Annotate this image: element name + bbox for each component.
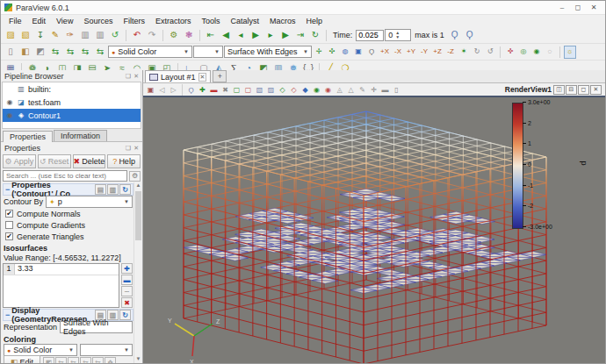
select-block-icon[interactable]: ◆ xyxy=(299,84,311,95)
add-range-icon[interactable]: ┄ xyxy=(121,286,133,296)
zoom-timeline-icon[interactable]: Ϙ xyxy=(448,29,462,42)
tab-information[interactable]: Information xyxy=(54,130,107,141)
coloring-combobox[interactable]: ● Solid Color ▼ xyxy=(4,344,77,356)
checkbox-compute-normals[interactable]: ✔Compute Normals xyxy=(3,208,133,219)
hover-points-icon[interactable]: △ xyxy=(345,84,357,95)
vertical-scrollbar[interactable]: ▲ ▼ xyxy=(133,182,142,363)
menu-file[interactable]: File xyxy=(4,16,26,26)
menu-tools[interactable]: Tools xyxy=(197,16,224,26)
play-icon[interactable]: ▶ xyxy=(249,29,263,42)
clear-selection-icon[interactable]: ✖ xyxy=(220,84,231,95)
select-cells-on-icon[interactable]: ▢ xyxy=(231,84,242,95)
component-combobox[interactable]: ▼ xyxy=(193,46,223,58)
zoom-to-data-icon[interactable]: ◍ xyxy=(339,46,351,59)
add-annotation-icon[interactable]: ✛ xyxy=(368,84,379,95)
coloring-component-combobox[interactable]: ▼ xyxy=(80,344,133,356)
rescale-temporal2-icon[interactable]: ⇆ xyxy=(80,357,91,363)
color-by-combobox[interactable]: ● Solid Color ▼ xyxy=(108,46,192,58)
menu-extractors[interactable]: Extractors xyxy=(151,16,196,26)
use-separate-color-map-icon[interactable]: ◩ xyxy=(33,46,47,59)
paste-properties-icon[interactable]: ▥ xyxy=(107,184,119,195)
zoom-to-box-icon[interactable]: Ϙ xyxy=(365,46,378,59)
zoom-closest-to-data-icon[interactable]: ▣ xyxy=(352,46,364,59)
select-points-through-icon[interactable]: ▨ xyxy=(265,84,277,95)
minimize-button[interactable]: – xyxy=(554,2,570,13)
spinner-arrows-icon[interactable]: ▲▼ xyxy=(395,31,400,39)
reverse-play-icon[interactable]: ◀ xyxy=(219,29,233,42)
tab-properties[interactable]: Properties xyxy=(3,131,53,142)
menu-help[interactable]: Help xyxy=(301,16,327,26)
maximize-button[interactable]: ◻ xyxy=(570,2,586,13)
search-options-gear-icon[interactable]: ⚙ xyxy=(129,171,141,182)
menu-macros[interactable]: Macros xyxy=(265,16,300,26)
menu-edit[interactable]: Edit xyxy=(28,16,51,26)
first-frame-icon[interactable]: ⇤ xyxy=(204,29,218,42)
auto-apply-icon[interactable]: ⚙ xyxy=(167,29,181,42)
undock-panel-icon[interactable]: ❏ xyxy=(126,73,131,80)
apply-button[interactable]: ⚙ Apply xyxy=(3,154,36,168)
edit-color-map-button[interactable]: ◧ Edit xyxy=(4,355,40,363)
plus-x-view-icon[interactable]: +X xyxy=(379,46,391,59)
rescale-to-custom-range-icon[interactable]: ⇆ xyxy=(63,46,77,59)
use-separate-color-map2-icon[interactable]: ◩ xyxy=(43,357,54,363)
add-layout-tab-button[interactable]: + xyxy=(213,70,227,82)
menu-filters[interactable]: Filters xyxy=(119,16,149,26)
save-data-icon[interactable]: ▧ xyxy=(18,29,32,42)
remove-value-icon[interactable]: ▬ xyxy=(121,275,133,285)
isosurface-value[interactable]: 3.33 xyxy=(15,264,119,275)
select-cells-polygon-icon[interactable]: ◇ xyxy=(277,84,288,95)
close-button[interactable]: ✕ xyxy=(586,2,602,13)
restore-defaults-icon[interactable]: ↻ xyxy=(119,184,131,195)
disconnect-server-icon[interactable]: ▥ xyxy=(93,29,107,42)
rotate-90-cw-icon[interactable]: ↻ xyxy=(471,46,483,59)
rescale-visible2-icon[interactable]: ⇆ xyxy=(92,357,104,363)
split-vertical-icon[interactable]: ⊟ xyxy=(566,85,577,95)
adjust-camera-icon[interactable]: ▣ xyxy=(145,84,156,95)
pipeline-item-testfoam[interactable]: ◉◪test.foam xyxy=(3,96,141,109)
plus-z-view-icon[interactable]: +Z xyxy=(431,46,444,59)
rescale-data2-icon[interactable]: ⇆ xyxy=(55,357,67,363)
minus-x-view-icon[interactable]: -X xyxy=(392,46,404,59)
open-file-icon[interactable]: ▨ xyxy=(4,29,18,42)
grow-selection-icon[interactable]: ✚ xyxy=(197,84,208,95)
collapse-icon[interactable]: − xyxy=(5,310,10,319)
selection-edit-icon[interactable]: ✎ xyxy=(357,84,368,95)
menu-sources[interactable]: Sources xyxy=(79,16,117,26)
next-frame-icon[interactable]: ▸ xyxy=(263,29,278,42)
isosurface-values-list[interactable]: 13.33 xyxy=(3,263,119,308)
toggle-color-legend-icon[interactable]: ▯ xyxy=(4,46,18,59)
contour-by-combobox[interactable]: ✦ p ▼ xyxy=(46,196,133,208)
rescale-custom2-icon[interactable]: ⇆ xyxy=(68,357,79,363)
zoom-to-selection-icon[interactable]: Ϙ xyxy=(185,84,197,95)
edit-color-palette-icon[interactable]: ❃ xyxy=(182,29,196,42)
zoom-timeline-box-icon[interactable]: Ϙ xyxy=(463,29,477,42)
pick-center-icon[interactable]: ◎ xyxy=(517,46,530,59)
show-center-of-rotation-icon[interactable]: ✜ xyxy=(504,46,516,59)
menu-view[interactable]: View xyxy=(52,16,77,26)
pipeline-item-contour1[interactable]: ◉◈Contour1 xyxy=(3,109,141,122)
redo-icon[interactable]: ↷ xyxy=(145,29,159,42)
visibility-eye-icon[interactable]: ◉ xyxy=(5,98,14,106)
reset-session-icon[interactable]: ↺ xyxy=(108,29,122,42)
plus-y-view-icon[interactable]: +Y xyxy=(405,46,417,59)
close-tab-icon[interactable]: ✕ xyxy=(198,73,207,82)
undo-icon[interactable]: ↶ xyxy=(130,29,144,42)
save-state-icon[interactable]: ✎ xyxy=(48,29,62,42)
checkbox-generate-triangles[interactable]: ✔Generate Triangles xyxy=(3,231,133,242)
edit-color-map-icon[interactable]: ◧ xyxy=(18,46,32,59)
load-state-icon[interactable]: ↧ xyxy=(33,29,47,42)
reset-center-icon[interactable]: ◉ xyxy=(530,46,543,59)
collapse-icon[interactable]: − xyxy=(5,185,10,194)
choose-preset-icon[interactable]: ❖ xyxy=(105,357,116,363)
frame-index-spinner[interactable]: 0 ▲▼ xyxy=(385,29,411,41)
minus-z-view-icon[interactable]: -Z xyxy=(444,46,457,59)
checkbox-compute-gradients[interactable]: Compute Gradients xyxy=(3,219,133,231)
section-properties-header[interactable]: − Properties ('Contour1' / Co ▤ ▥ ↻ xyxy=(3,183,133,196)
scroll-up-icon[interactable]: ▲ xyxy=(136,182,141,189)
maximize-view-icon[interactable]: ◻ xyxy=(578,85,589,95)
menu-catalyst[interactable]: Catalyst xyxy=(226,16,263,26)
last-frame-icon[interactable]: ⇥ xyxy=(293,29,307,42)
close-view-icon[interactable]: ✕ xyxy=(590,85,602,95)
loop-icon[interactable]: ↻ xyxy=(308,29,322,42)
close-panel-icon[interactable]: ✕ xyxy=(133,145,139,152)
